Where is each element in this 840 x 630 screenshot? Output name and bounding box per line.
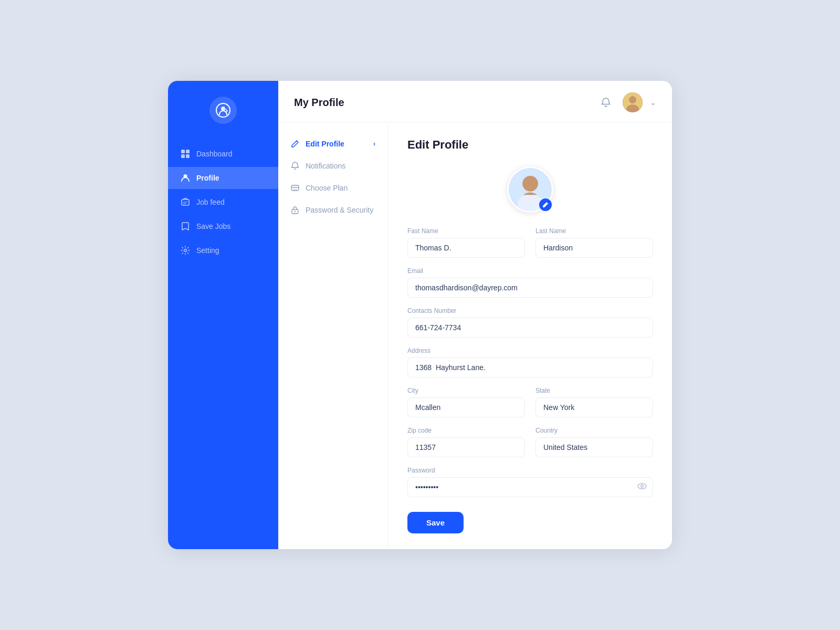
first-name-input[interactable] <box>407 238 525 258</box>
zip-label: Zip code <box>407 427 525 434</box>
nav-arrow-icon: › <box>373 140 375 148</box>
contacts-input[interactable] <box>407 318 653 338</box>
last-name-input[interactable] <box>536 238 653 258</box>
svg-point-13 <box>295 211 296 212</box>
svg-point-9 <box>629 96 636 103</box>
city-label: City <box>407 387 525 394</box>
svg-rect-4 <box>186 154 190 158</box>
country-group: Country <box>536 427 653 457</box>
avatar-image <box>623 92 643 112</box>
contacts-group: Contacts Number <box>407 307 653 338</box>
settings-nav: Edit Profile › Notifications Choose Plan… <box>278 122 388 549</box>
settings-nav-notifications[interactable]: Notifications <box>278 155 388 177</box>
sidebar: Dashboard Profile Job feed Save Jobs Set… <box>168 81 278 549</box>
header: My Profile <box>278 81 672 122</box>
address-row: Address <box>407 347 653 377</box>
city-input[interactable] <box>407 397 525 417</box>
settings-nav-password-security[interactable]: Password & Security <box>278 199 388 221</box>
first-name-label: Fast Name <box>407 227 525 235</box>
main-content: My Profile <box>278 81 672 549</box>
header-right: ⌄ <box>596 92 656 112</box>
state-input[interactable] <box>536 397 653 417</box>
form-title: Edit Profile <box>407 138 653 152</box>
svg-rect-2 <box>186 150 190 153</box>
save-button[interactable]: Save <box>407 512 464 533</box>
form-area: Edit Profile <box>388 122 672 549</box>
password-row: Password <box>407 467 653 497</box>
user-avatar[interactable] <box>623 92 643 112</box>
avatar-wrapper <box>507 166 553 213</box>
email-label: Email <box>407 267 653 275</box>
notification-bell[interactable] <box>596 93 615 112</box>
email-row: Email <box>407 267 653 298</box>
sidebar-logo[interactable] <box>209 97 237 124</box>
sidebar-item-profile[interactable]: Profile <box>168 167 278 189</box>
svg-point-7 <box>184 249 187 252</box>
name-row: Fast Name Last Name <box>407 227 653 258</box>
sidebar-item-save-jobs[interactable]: Save Jobs <box>168 215 278 237</box>
avatar-section <box>407 166 653 213</box>
zip-input[interactable] <box>407 437 525 457</box>
sidebar-item-job-feed[interactable]: Job feed <box>168 191 278 213</box>
body-layout: Edit Profile › Notifications Choose Plan… <box>278 122 672 549</box>
last-name-group: Last Name <box>536 227 653 258</box>
svg-point-18 <box>641 485 644 488</box>
sidebar-item-dashboard[interactable]: Dashboard <box>168 143 278 165</box>
state-group: State <box>536 387 653 417</box>
settings-nav-edit-profile[interactable]: Edit Profile › <box>278 133 388 155</box>
city-group: City <box>407 387 525 417</box>
sidebar-item-setting[interactable]: Setting <box>168 239 278 261</box>
contacts-label: Contacts Number <box>407 307 653 314</box>
first-name-group: Fast Name <box>407 227 525 258</box>
email-input[interactable] <box>407 278 653 298</box>
password-input[interactable] <box>407 477 653 497</box>
password-eye-icon[interactable] <box>637 481 647 493</box>
settings-nav-choose-plan[interactable]: Choose Plan <box>278 177 388 199</box>
state-label: State <box>536 387 653 394</box>
svg-point-15 <box>522 176 538 192</box>
country-label: Country <box>536 427 653 434</box>
page-title: My Profile <box>294 97 344 109</box>
password-wrapper <box>407 477 653 497</box>
svg-rect-1 <box>181 150 185 153</box>
address-group: Address <box>407 347 653 377</box>
password-group: Password <box>407 467 653 497</box>
app-container: Dashboard Profile Job feed Save Jobs Set… <box>168 81 672 549</box>
last-name-label: Last Name <box>536 227 653 235</box>
svg-rect-3 <box>181 154 185 158</box>
svg-rect-11 <box>291 185 299 191</box>
address-input[interactable] <box>407 358 653 377</box>
sidebar-nav: Dashboard Profile Job feed Save Jobs Set… <box>168 143 278 261</box>
zip-country-row: Zip code Country <box>407 427 653 457</box>
contacts-row: Contacts Number <box>407 307 653 338</box>
email-group: Email <box>407 267 653 298</box>
avatar-edit-button[interactable] <box>539 198 552 211</box>
country-input[interactable] <box>536 437 653 457</box>
zip-group: Zip code <box>407 427 525 457</box>
svg-point-17 <box>638 484 646 489</box>
password-label: Password <box>407 467 653 474</box>
chevron-down-icon[interactable]: ⌄ <box>650 98 656 107</box>
city-state-row: City State <box>407 387 653 417</box>
address-label: Address <box>407 347 653 354</box>
